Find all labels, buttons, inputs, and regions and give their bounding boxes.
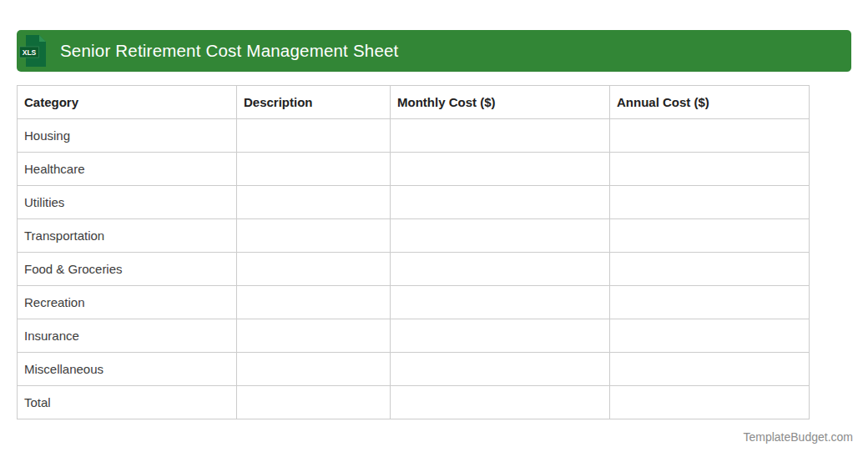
category-cell: Healthcare: [18, 153, 237, 186]
annual-cost-cell: [610, 386, 810, 419]
category-cell: Housing: [18, 119, 237, 153]
description-cell: [237, 353, 391, 386]
page-title: Senior Retirement Cost Management Sheet: [60, 41, 398, 61]
file-fold-corner: [39, 35, 46, 42]
table-row: Transportation: [18, 219, 810, 253]
annual-cost-cell: [610, 219, 810, 253]
monthly-cost-cell: [391, 219, 610, 253]
category-cell: Recreation: [18, 286, 237, 319]
description-cell: [237, 319, 391, 353]
table-header: Category Description Monthly Cost ($) An…: [18, 86, 810, 119]
description-cell: [237, 386, 391, 419]
watermark: TemplateBudget.com: [743, 430, 853, 444]
monthly-cost-cell: [391, 153, 610, 186]
table-row: Total: [18, 386, 810, 419]
category-cell: Miscellaneous: [18, 353, 237, 386]
table-row: Miscellaneous: [18, 353, 810, 386]
column-header-description: Description: [237, 86, 391, 119]
annual-cost-cell: [610, 286, 810, 319]
table-row: Utilities: [18, 186, 810, 219]
annual-cost-cell: [610, 119, 810, 153]
annual-cost-cell: [610, 253, 810, 286]
table-row: Recreation: [18, 286, 810, 319]
description-cell: [237, 153, 391, 186]
annual-cost-cell: [610, 153, 810, 186]
table-row: Insurance: [18, 319, 810, 353]
category-cell: Insurance: [18, 319, 237, 353]
monthly-cost-cell: [391, 253, 610, 286]
category-cell: Transportation: [18, 219, 237, 253]
annual-cost-cell: [610, 353, 810, 386]
file-badge-label: XLS: [23, 48, 37, 57]
monthly-cost-cell: [391, 319, 610, 353]
table-row: Food & Groceries: [18, 253, 810, 286]
table-row: Housing: [18, 119, 810, 153]
monthly-cost-cell: [391, 186, 610, 219]
annual-cost-cell: [610, 186, 810, 219]
category-cell: Total: [18, 386, 237, 419]
description-cell: [237, 253, 391, 286]
title-bar: XLS Senior Retirement Cost Management Sh…: [17, 30, 851, 72]
table-row: Healthcare: [18, 153, 810, 186]
description-cell: [237, 219, 391, 253]
cost-table-body: HousingHealthcareUtilitiesTransportation…: [18, 119, 810, 419]
column-header-annual-cost: Annual Cost ($): [610, 86, 810, 119]
description-cell: [237, 286, 391, 319]
category-cell: Utilities: [18, 186, 237, 219]
monthly-cost-cell: [391, 353, 610, 386]
xls-file-icon: XLS: [19, 34, 48, 68]
category-cell: Food & Groceries: [18, 253, 237, 286]
column-header-monthly-cost: Monthly Cost ($): [391, 86, 610, 119]
description-cell: [237, 119, 391, 153]
page: XLS Senior Retirement Cost Management Sh…: [0, 0, 868, 467]
monthly-cost-cell: [391, 386, 610, 419]
description-cell: [237, 186, 391, 219]
monthly-cost-cell: [391, 286, 610, 319]
cost-table: Category Description Monthly Cost ($) An…: [17, 85, 810, 419]
annual-cost-cell: [610, 319, 810, 353]
monthly-cost-cell: [391, 119, 610, 153]
column-header-category: Category: [18, 86, 237, 119]
header-row: Category Description Monthly Cost ($) An…: [18, 86, 810, 119]
